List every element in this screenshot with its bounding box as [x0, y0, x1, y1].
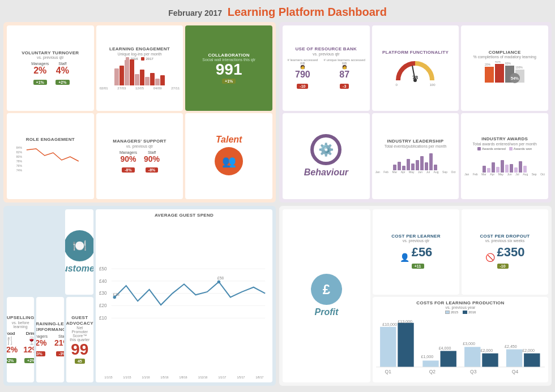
q4-bar-2016 — [524, 354, 540, 367]
quadrant-learning: USE OF RESOURCE BANK vs. previous qtr # … — [279, 22, 552, 203]
customers-label: Customers — [65, 264, 93, 274]
svg-text:£20: £20 — [99, 303, 107, 308]
bar — [114, 68, 119, 85]
collaboration-value: 991 — [216, 62, 242, 77]
cost-learner-value: £56 — [412, 245, 433, 260]
awards-entered-legend: Awards entered — [477, 147, 506, 150]
talent-people-icon: 👥 — [222, 154, 236, 168]
resource-bank-title: USE OF RESOURCE BANK — [295, 46, 357, 52]
svg-text:Q4: Q4 — [512, 369, 519, 375]
drink-label: Drink — [23, 331, 34, 336]
bar — [135, 74, 139, 85]
training-managers: Managers 32% -3% — [36, 334, 48, 357]
upselling-subtitle: vs. before learning — [10, 321, 31, 329]
industry-awards-subtitle: Total awards entered/won per month — [473, 142, 537, 146]
production-chart: Q1 £10,000 £13,000 Q2 £1,000 £4,000 — [376, 315, 545, 379]
card-profit: £ Profit — [283, 209, 370, 383]
svg-text:Q2: Q2 — [429, 369, 436, 375]
profit-circle: £ — [311, 274, 342, 305]
card-talent: Talent 👥 — [185, 113, 272, 199]
compliance-bar-20 — [485, 67, 494, 83]
voluntary-turnover-title: VOLUNTARY TURNOVER — [22, 50, 79, 56]
svg-text:£10,000: £10,000 — [382, 323, 397, 328]
collaboration-title: COLLABORATION — [208, 53, 250, 58]
main-grid: VOLUNTARY TURNOVER vs. previous qtr Mana… — [3, 22, 552, 386]
svg-text:£58: £58 — [217, 276, 224, 280]
q3-bar-2015 — [464, 347, 480, 367]
card-industry-awards: INDUSTRY AWARDS Total awards entered/won… — [461, 113, 548, 199]
role-engagement-title: ROLE ENGAGEMENT — [26, 137, 75, 143]
svg-point-21 — [217, 281, 220, 283]
bar — [155, 79, 160, 85]
cost-learner-change: +11 — [412, 264, 424, 269]
compliance-value-text: 54% — [511, 76, 519, 80]
card-compliance: COMPLIANCE % completions of madatory lea… — [461, 25, 548, 111]
bar — [150, 73, 155, 85]
q2-bar-2016 — [441, 351, 456, 367]
svg-text:£2,000: £2,000 — [522, 348, 535, 353]
resource-change1: -10 — [297, 84, 308, 89]
svg-text:20%: 20% — [485, 63, 491, 66]
compliance-subtitle: % completions of madatory learning — [473, 55, 536, 59]
card-resource-bank: USE OF RESOURCE BANK vs. previous qtr # … — [283, 25, 370, 111]
card-costs-production: COSTS FOR LEARNING PRODUCTION vs. previo… — [373, 297, 548, 382]
legend-2017: 2017 — [141, 57, 153, 61]
industry-leadership-title: INDUSTRY LEADERSHIP — [387, 139, 444, 144]
fork-icon: 🍴 — [7, 336, 18, 345]
card-training-led: TRAINING-LED PERFORMANCE Managers 32% -3… — [36, 297, 63, 382]
talent-circle: 👥 — [215, 147, 243, 175]
svg-text:£10: £10 — [99, 316, 107, 321]
training-led-title: TRAINING-LED PERFORMANCE — [36, 321, 63, 332]
cost-dropout-value: £350 — [497, 245, 525, 260]
quadrant-profit: £ Profit COST PER LEARNER vs. previous q… — [279, 206, 552, 386]
person-icon-2: 🧑 — [323, 65, 366, 70]
collaboration-change: +1% — [222, 79, 236, 84]
svg-text:40%: 40% — [495, 61, 501, 63]
svg-text:Q3: Q3 — [470, 369, 477, 375]
food-label: Food — [7, 331, 18, 336]
gear-icon: ⚙️ — [318, 143, 334, 157]
pound-icon: £ — [323, 282, 330, 298]
food-change: +2% — [7, 358, 16, 363]
svg-text:£40: £40 — [99, 279, 107, 284]
card-cost-per-learner: COST PER LEARNER vs. previous qtr 👤 £56 … — [373, 209, 459, 295]
svg-text:60%: 60% — [505, 62, 511, 65]
q2-bar-2015 — [422, 361, 438, 367]
svg-text:£2,000: £2,000 — [480, 348, 493, 353]
bar — [160, 75, 165, 85]
learning-engagement-subtitle: Unique log-ins per month — [117, 52, 161, 56]
role-engagement-chart: 84% 82% 80% 78% 76% 74% — [10, 144, 91, 175]
card-platform-functionality: PLATFORM FUNCTIONALITY 78 — [372, 25, 459, 111]
svg-text:£50: £50 — [99, 266, 107, 272]
svg-text:84%: 84% — [16, 146, 23, 149]
compliance-bar-40 — [495, 64, 504, 83]
platform-functionality-title: PLATFORM FUNCTIONALITY — [382, 50, 449, 55]
mgr-support-managers: Managers 90% -8% — [119, 150, 137, 174]
costs-production-title: COSTS FOR LEARNING PRODUCTION — [416, 300, 504, 306]
legend-2015-box — [445, 311, 450, 314]
resource-bank-subtitle: vs. previous qtr — [313, 52, 339, 56]
card-learning-engagement: LEARNING ENGAGEMENT Unique log-ins per m… — [96, 25, 183, 111]
svg-text:Q1: Q1 — [385, 369, 392, 375]
customers-icon: 🍽️ — [72, 239, 87, 252]
legend-2016-box — [463, 311, 467, 314]
cost-dropout-subtitle: vs. previous six weeks — [485, 239, 525, 243]
svg-text:100%: 100% — [515, 66, 523, 69]
behaviour-label: Behaviour — [304, 167, 348, 178]
person-icon-1: 🧑 — [286, 65, 319, 70]
legend-2017-dot — [141, 57, 144, 61]
gauge-value-label: 78 — [412, 75, 418, 80]
upselling-title: UPSELLING — [7, 315, 34, 321]
compliance-title: COMPLIANCE — [489, 50, 521, 55]
awards-won-legend: Awards won — [509, 147, 532, 150]
upselling-drink: Drink 🍷 12% +2% — [23, 331, 34, 364]
drink-change: +2% — [24, 358, 34, 363]
quadrant-customers: AVERAGE GUEST SPEND £50 £40 £30 £20 £10 — [3, 206, 276, 386]
card-upselling: UPSELLING vs. before learning Food 🍴 12%… — [7, 297, 34, 382]
card-managers-support: MANAGERS' SUPPORT vs. previous qtr Manag… — [96, 113, 183, 199]
bottom-cards-row: UPSELLING vs. before learning Food 🍴 12%… — [7, 297, 93, 382]
industry-awards-title: INDUSTRY AWARDS — [481, 136, 528, 142]
managers-support-subtitle: vs. previous qtr — [126, 144, 153, 148]
managers-support-title: MANAGERS' SUPPORT — [113, 139, 166, 144]
platform-gauge: 78 — [392, 58, 438, 83]
